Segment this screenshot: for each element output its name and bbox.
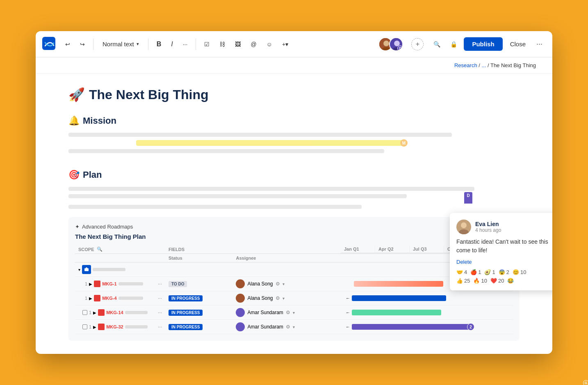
image-button[interactable]: 🖼: [232, 38, 244, 50]
mkg4-expand-arrow[interactable]: ▾: [283, 296, 285, 301]
mkg4-status-badge: IN PROGRESS: [169, 295, 203, 301]
breadcrumb-ellipsis[interactable]: ...: [481, 62, 486, 68]
italic-button[interactable]: I: [168, 38, 176, 50]
mention-button[interactable]: @: [247, 38, 260, 50]
chevron-down-icon: ▾: [137, 41, 139, 47]
mkg14-assignee-cell: Amar Sundaram ⚙ ▾: [236, 308, 337, 317]
mkg32-assignee-settings[interactable]: ⚙: [286, 324, 290, 330]
mkg32-more[interactable]: ···: [158, 324, 162, 330]
mkg32-status: IN PROGRESS: [165, 320, 232, 334]
num-mkg1: 1: [85, 281, 87, 286]
breadcrumb-research[interactable]: Research: [454, 62, 477, 68]
checkbox-mkg14[interactable]: [82, 310, 87, 315]
table-row-mkg1: 1 ▶ MKG-1 ··· TO DO: [75, 277, 513, 291]
reaction-handshake[interactable]: 🤝 4: [456, 269, 467, 275]
comment-header: Eva Lien 4 hours ago: [456, 220, 552, 234]
breadcrumb: Research / ... / The Next Big Thing: [36, 57, 552, 74]
mkg4-more[interactable]: ···: [158, 295, 162, 301]
roadmap-plan-title: The Next Big Thing Plan: [75, 233, 146, 240]
more-format-button[interactable]: ···: [180, 38, 191, 50]
link-button[interactable]: ⛓: [216, 38, 228, 50]
checkbox-button[interactable]: ☑: [201, 38, 213, 50]
mkg14-bar: [352, 310, 441, 315]
page-content: 🚀 The Next Big Thing 🔔 Mission M 🎯 Plan: [36, 74, 552, 354]
mkg32-gantt: ← 2: [341, 320, 513, 334]
table-header-row: SCOPE 🔍 FIELDS Jan Q1 Apr Q2: [75, 245, 513, 254]
search-scope-icon[interactable]: 🔍: [97, 247, 103, 252]
reaction-laugh[interactable]: 😂: [507, 278, 514, 284]
add-collaborator-button[interactable]: +: [411, 38, 424, 50]
expand-mkg1[interactable]: ▶: [89, 282, 92, 286]
insert-button[interactable]: +▾: [279, 38, 292, 50]
svg-rect-10: [86, 267, 87, 269]
redo-button[interactable]: ↪: [77, 38, 88, 50]
reaction-scared[interactable]: 😨 2: [499, 269, 509, 275]
plan-line-1: [68, 187, 474, 191]
expand-mkg4[interactable]: ▶: [89, 296, 92, 301]
mkg1-assignee-settings[interactable]: ⚙: [276, 281, 280, 287]
expand-mkg32[interactable]: ▶: [93, 325, 96, 329]
reaction-avocado[interactable]: 🥑 1: [484, 269, 495, 275]
parent-icon: [82, 265, 91, 274]
confluence-logo[interactable]: [42, 37, 55, 52]
collaborator-avatars: G D: [378, 37, 403, 51]
scope-mkg1: 1 ▶ MKG-1 ···: [78, 281, 162, 287]
lock-icon: 🔒: [450, 41, 457, 48]
lock-button[interactable]: 🔒: [447, 38, 460, 50]
expand-mkg14[interactable]: ▶: [93, 310, 96, 315]
reaction-count-thumbsup: 25: [464, 278, 470, 284]
delete-comment-button[interactable]: Delete: [456, 259, 552, 265]
mkg1-status-badge: TO DO: [169, 281, 187, 287]
mkg1-tag: MKG-1: [102, 281, 116, 286]
mkg1-assignee-cell: Alana Song ⚙ ▾: [236, 279, 337, 288]
mkg14-more[interactable]: ···: [158, 310, 162, 315]
parent-assignee: [232, 263, 341, 277]
assignee-sub-header: Assignee: [232, 254, 341, 263]
reaction-thumbsup[interactable]: 👍 25: [456, 278, 470, 284]
reaction-fire[interactable]: 🔥 10: [473, 278, 487, 284]
mkg14-name-bar: [125, 311, 148, 314]
close-button[interactable]: Close: [506, 38, 530, 50]
mkg1-name-bar: [119, 282, 143, 285]
mkg14-expand-arrow[interactable]: ▾: [293, 310, 295, 315]
sub-header-row: Status Assignee: [75, 254, 513, 263]
mission-heading: 🔔 Mission: [68, 116, 520, 126]
reaction-apple[interactable]: 🍎 1: [470, 269, 481, 275]
mkg4-gantt: ←: [341, 291, 513, 306]
main-window: ↩ ↪ Normal text ▾ B I ··· ☑ ⛓ 🖼: [36, 31, 552, 354]
mkg1-more[interactable]: ···: [158, 281, 162, 287]
mkg1-expand-arrow[interactable]: ▾: [283, 282, 285, 286]
text-line-3: [68, 149, 384, 153]
table-row-mkg14: 1 ▶ MKG-14 ··· IN PROGRESS: [75, 306, 513, 320]
bold-button[interactable]: B: [153, 38, 165, 50]
roadmap-plugin-text: Advanced Roadmaps: [82, 224, 133, 230]
comment-author-name: Eva Lien: [475, 221, 501, 227]
mission-emoji: 🔔: [68, 116, 80, 126]
mkg32-assignee-cell: Amar Sundaram ⚙ ▾: [236, 322, 337, 331]
more-actions-button[interactable]: ···: [533, 37, 546, 51]
more-format-icon: ···: [183, 41, 188, 48]
reaction-count-avocado: 1: [492, 269, 495, 275]
emoji-button[interactable]: ☺: [263, 38, 276, 50]
text-style-dropdown[interactable]: Normal text ▾: [98, 38, 143, 50]
mkg14-assignee-settings[interactable]: ⚙: [286, 310, 290, 315]
fields-column-header: FIELDS: [165, 245, 341, 254]
title-text: The Next Big Thing: [89, 87, 209, 102]
publish-button[interactable]: Publish: [464, 37, 502, 51]
checkbox-mkg32[interactable]: [82, 324, 87, 329]
mkg4-assignee-name: Alana Song: [247, 295, 273, 301]
mkg4-assignee-settings[interactable]: ⚙: [276, 295, 280, 301]
undo-button[interactable]: ↩: [62, 38, 73, 50]
mkg32-expand-arrow[interactable]: ▾: [293, 325, 295, 329]
mkg4-icon: [94, 295, 100, 301]
reaction-count-handshake: 4: [464, 269, 467, 275]
insert-icon: +▾: [282, 41, 288, 48]
mkg32-bar: 2: [352, 324, 470, 330]
scope-cell-parent: ▾: [78, 265, 162, 274]
reaction-heart[interactable]: ❤️ 20: [490, 278, 504, 284]
mkg1-bar: [354, 281, 443, 287]
scope-mkg4: 1 ▶ MKG-4 ···: [78, 295, 162, 301]
collapse-icon[interactable]: ▾: [78, 267, 80, 272]
reaction-smile[interactable]: 😊 10: [513, 269, 526, 275]
search-button[interactable]: 🔍: [430, 38, 444, 50]
